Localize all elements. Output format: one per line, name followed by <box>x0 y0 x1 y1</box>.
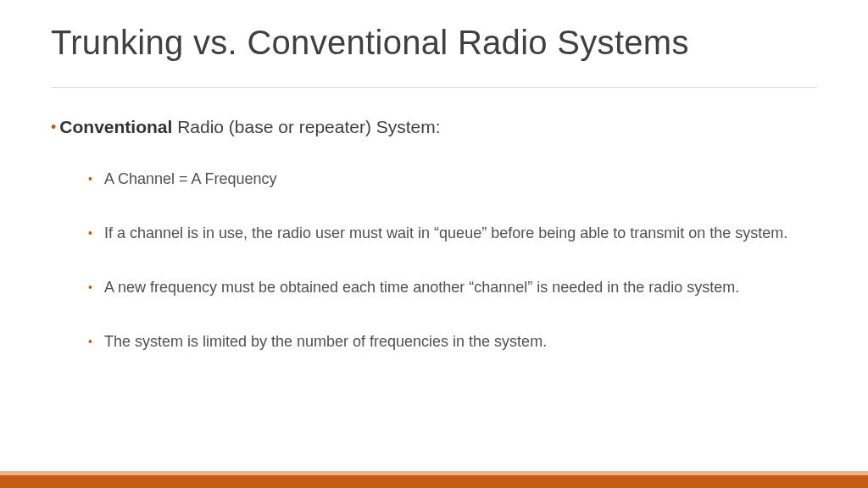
slide-title: Trunking vs. Conventional Radio Systems <box>51 24 817 62</box>
main-bullet-rest: Radio (base or repeater) System: <box>172 117 440 136</box>
footer-accent-bar <box>0 471 868 488</box>
sub-bullet-text: The system is limited by the number of f… <box>104 325 547 358</box>
list-item: • The system is limited by the number of… <box>88 325 817 358</box>
sub-bullet-text: A Channel = A Frequency <box>104 163 277 195</box>
list-item: • If a channel is in use, the radio user… <box>88 217 817 249</box>
list-item: • A new frequency must be obtained each … <box>88 271 817 303</box>
bullet-icon: • <box>88 325 92 358</box>
sub-bullet-text: If a channel is in use, the radio user m… <box>104 217 787 249</box>
list-item: • A Channel = A Frequency <box>88 163 817 195</box>
bullet-icon: • <box>88 271 92 303</box>
main-bullet: • Conventional Radio (base or repeater) … <box>51 115 817 139</box>
slide-content: • Conventional Radio (base or repeater) … <box>51 115 817 358</box>
main-bullet-bold: Conventional <box>59 117 172 136</box>
sub-bullet-list: • A Channel = A Frequency • If a channel… <box>88 163 817 358</box>
title-divider <box>51 87 817 88</box>
bullet-icon: • <box>88 217 92 249</box>
bullet-icon: • <box>88 163 92 195</box>
sub-bullet-text: A new frequency must be obtained each ti… <box>104 271 739 303</box>
slide: Trunking vs. Conventional Radio Systems … <box>0 0 868 488</box>
main-bullet-text: Conventional Radio (base or repeater) Sy… <box>59 115 440 139</box>
bullet-icon: • <box>51 115 56 139</box>
